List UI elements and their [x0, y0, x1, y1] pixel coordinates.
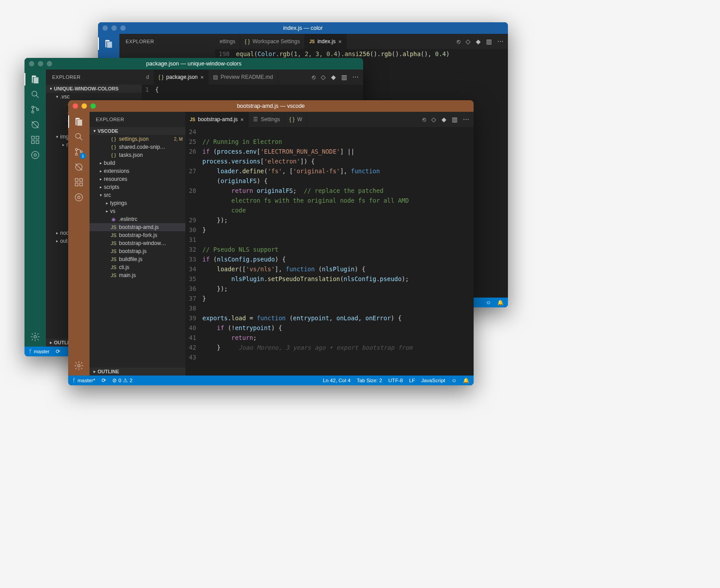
- code-area[interactable]: // Running in Electronif (process.env['E…: [202, 127, 474, 376]
- traffic-close[interactable]: [102, 25, 108, 31]
- tab-size[interactable]: Tab Size: 2: [357, 378, 382, 383]
- traffic-max[interactable]: [90, 103, 96, 109]
- window-title: index.js — color: [102, 25, 503, 31]
- titlebar[interactable]: package.json — unique-window-colors: [25, 58, 363, 69]
- sidebar-title: EXPLORER: [90, 112, 185, 127]
- tree-item[interactable]: JSbootstrap-fork.js: [90, 231, 185, 239]
- tree-item[interactable]: ▸resources: [90, 175, 185, 183]
- svg-point-24: [78, 196, 80, 199]
- live-share-icon[interactable]: ⎋: [422, 116, 426, 123]
- traffic-close[interactable]: [29, 61, 34, 66]
- diff-icon[interactable]: ◆: [442, 116, 446, 123]
- debug-icon[interactable]: [29, 118, 41, 131]
- search-icon[interactable]: [73, 131, 85, 143]
- tree-item[interactable]: JSbootstrap-window…: [90, 239, 185, 247]
- diff-icon[interactable]: ◆: [331, 74, 336, 81]
- scm-icon[interactable]: 1: [73, 146, 85, 158]
- tree-item[interactable]: JScli.js: [90, 263, 185, 271]
- tree-item[interactable]: JSbootstrap-amd.js: [90, 223, 185, 231]
- gear-icon[interactable]: [73, 359, 85, 372]
- tab-unknown[interactable]: d: [142, 69, 154, 85]
- traffic-min[interactable]: [111, 25, 117, 31]
- sync-icon[interactable]: ⟳: [56, 348, 60, 355]
- tree-item[interactable]: ▸typings: [90, 199, 185, 207]
- traffic-min[interactable]: [38, 61, 43, 66]
- svg-point-10: [32, 151, 39, 159]
- tab-preview-readme[interactable]: ▤Preview README.md: [209, 69, 278, 85]
- debug-icon[interactable]: [73, 161, 85, 173]
- tree-item[interactable]: ◉.eslintrc: [90, 215, 185, 223]
- gear-icon[interactable]: [29, 331, 41, 343]
- traffic-min[interactable]: [82, 103, 87, 109]
- live-share-icon[interactable]: ⎋: [312, 74, 315, 81]
- tree-item[interactable]: ▾src: [90, 191, 185, 199]
- tree-item[interactable]: ▸scripts: [90, 183, 185, 191]
- tab-workspace-settings[interactable]: { }Workspace Settings: [240, 34, 305, 49]
- diff-icon[interactable]: ◆: [476, 38, 481, 45]
- tree-item[interactable]: ▸vs: [90, 207, 185, 215]
- project-header[interactable]: ▾VSCODE: [90, 127, 185, 135]
- split-icon[interactable]: ▥: [486, 38, 492, 45]
- sidebar-title: EXPLORER: [119, 34, 215, 49]
- split-icon[interactable]: ▥: [452, 116, 458, 123]
- gitlens-icon[interactable]: [73, 191, 85, 204]
- close-icon[interactable]: ×: [200, 74, 204, 81]
- split-icon[interactable]: ▥: [341, 74, 347, 81]
- bell-icon[interactable]: 🔔: [497, 299, 503, 306]
- outline-header[interactable]: ▸OUTLINE: [90, 368, 185, 376]
- sync-icon[interactable]: ⟳: [102, 377, 106, 384]
- open-changes-icon[interactable]: ◇: [431, 116, 436, 123]
- project-header[interactable]: ▾UNIQUE-WINDOW-COLORS: [46, 85, 142, 93]
- more-icon[interactable]: ⋯: [352, 74, 359, 81]
- bell-icon[interactable]: 🔔: [463, 377, 469, 384]
- open-changes-icon[interactable]: ◇: [466, 38, 470, 45]
- open-changes-icon[interactable]: ◇: [321, 74, 326, 81]
- traffic-max[interactable]: [120, 25, 126, 31]
- encoding[interactable]: UTF-8: [389, 378, 403, 383]
- cursor-position[interactable]: Ln 42, Col 4: [323, 378, 351, 383]
- feedback-icon[interactable]: ☺: [486, 300, 491, 305]
- svg-line-14: [80, 138, 82, 140]
- explorer-icon[interactable]: [102, 37, 115, 50]
- tree-item[interactable]: ▸extensions: [90, 167, 185, 175]
- tree-item[interactable]: JSmain.js: [90, 271, 185, 279]
- titlebar[interactable]: index.js — color: [98, 22, 508, 34]
- titlebar[interactable]: bootstrap-amd.js — vscode: [68, 100, 474, 112]
- explorer-icon[interactable]: [73, 115, 85, 128]
- branch-indicator[interactable]: ᚶ master: [29, 349, 49, 354]
- tree-item[interactable]: JSbootstrap.js: [90, 247, 185, 255]
- problems-indicator[interactable]: ⊘0 ⚠2: [112, 377, 133, 384]
- traffic-max[interactable]: [47, 61, 52, 66]
- feedback-icon[interactable]: ☺: [451, 378, 457, 383]
- tab-bootstrap-amd[interactable]: JSbootstrap-amd.js×: [185, 112, 249, 127]
- gitlens-icon[interactable]: [29, 149, 41, 161]
- eol[interactable]: LF: [409, 378, 415, 383]
- tree-item[interactable]: { }shared.code-snip…: [90, 143, 185, 151]
- tab-workspace[interactable]: { }W: [285, 112, 307, 127]
- tree-item[interactable]: ▸build: [90, 159, 185, 167]
- scm-icon[interactable]: [29, 103, 41, 116]
- extensions-icon[interactable]: [73, 176, 85, 188]
- tree-item[interactable]: ▾.vsc: [46, 93, 142, 101]
- tree-item[interactable]: { }tasks.json: [90, 151, 185, 159]
- close-icon[interactable]: ×: [338, 38, 342, 45]
- tab-bar: d { }package.json× ▤Preview README.md ⎋ …: [142, 69, 363, 85]
- status-bar: ᚶ master* ⟳ ⊘0 ⚠2 Ln 42, Col 4 Tab Size:…: [68, 376, 474, 385]
- more-icon[interactable]: ⋯: [463, 116, 469, 123]
- live-share-icon[interactable]: ⎋: [457, 38, 460, 45]
- explorer-icon[interactable]: [29, 73, 41, 86]
- more-icon[interactable]: ⋯: [497, 38, 503, 45]
- tab-settings[interactable]: ettings: [215, 34, 240, 49]
- tab-indexjs[interactable]: JSindex.js×: [305, 34, 347, 49]
- language-mode[interactable]: JavaScript: [421, 378, 446, 383]
- search-icon[interactable]: [29, 88, 41, 101]
- close-icon[interactable]: ×: [241, 116, 244, 123]
- tree-item[interactable]: JSbuildfile.js: [90, 255, 185, 263]
- tree-item[interactable]: { }settings.json2, M: [90, 135, 185, 143]
- tab-settings[interactable]: ☰Settings: [249, 112, 285, 127]
- scm-badge: 1: [80, 153, 86, 159]
- traffic-close[interactable]: [73, 103, 78, 109]
- tab-packagejson[interactable]: { }package.json×: [154, 69, 209, 85]
- branch-indicator[interactable]: ᚶ master*: [73, 378, 95, 383]
- extensions-icon[interactable]: [29, 134, 41, 146]
